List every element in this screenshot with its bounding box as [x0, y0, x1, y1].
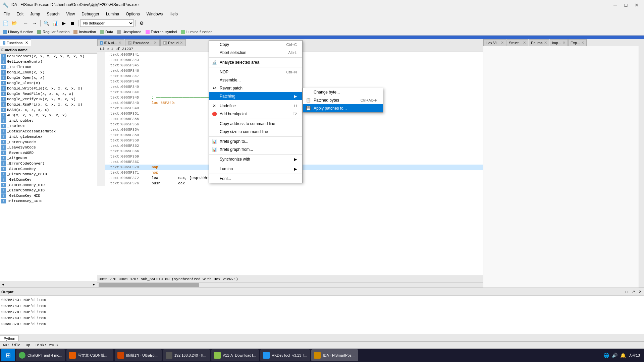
submenu-patched-bytes[interactable]: 📋 Patched bytes Ctrl+Alt+P [303, 96, 383, 104]
menu-item-lumina[interactable]: Lumina [103, 10, 122, 18]
submenu-apply-patches[interactable]: 💾 Apply patches to... [303, 104, 383, 112]
taskbar-ssh[interactable]: 192.168.8.240 - ft... [163, 349, 210, 361]
context-menu-patching[interactable]: Patching ▶ [209, 92, 302, 100]
notification-icon[interactable]: 🔔 [620, 353, 626, 358]
function-item[interactable]: f_GetCommKey [0, 177, 97, 182]
function-item[interactable]: f_EnterSynCode [0, 139, 97, 145]
function-item[interactable]: f_LeaveSynCode [0, 145, 97, 150]
taskbar-ultraedit[interactable]: [编辑1*] - UltraEdi... [115, 349, 162, 361]
toolbar-stop[interactable]: ⏹ [68, 19, 76, 27]
function-item[interactable]: f_ClearCommKey_CCID [0, 172, 97, 177]
context-menu-analyze[interactable]: 🔬 Analyze selected area [209, 58, 302, 66]
imports-tab[interactable]: Imp... ✕ [550, 39, 568, 46]
close-button[interactable]: ✕ [632, 2, 641, 8]
output-detach-btn[interactable]: □ [624, 289, 629, 295]
volume-icon[interactable]: 🔊 [612, 353, 618, 358]
minimize-button[interactable]: ─ [610, 2, 620, 8]
context-menu-copy[interactable]: Copy Ctrl+C [209, 41, 302, 49]
pseudocode2-tab[interactable]: P Pseud ✕ [160, 39, 186, 46]
hex-view-tab-close[interactable]: ✕ [501, 41, 504, 45]
function-item[interactable]: f_GetCommKey_HID [0, 193, 97, 198]
submenu-change-byte[interactable]: Change byte... [303, 88, 383, 96]
taskbar-chatgpt[interactable]: ChatGPT and 4 mo... [16, 349, 65, 361]
horiz-scroll-thumb[interactable] [99, 283, 199, 287]
menu-item-options[interactable]: Options [122, 10, 143, 18]
function-item[interactable]: f_AlignNum [0, 156, 97, 161]
functions-tab[interactable]: f Functions ✕ [0, 39, 31, 46]
function-item[interactable]: fAES(x, x, x, x, x, x, x, x) [0, 113, 97, 118]
menu-item-windows[interactable]: Windows [143, 10, 166, 18]
function-item[interactable]: fHASH(x, x, x, x, x) [0, 107, 97, 113]
toolbar-fwd[interactable]: → [31, 19, 39, 27]
context-menu-nop[interactable]: NOP Ctrl+N [209, 68, 302, 76]
context-menu-add-breakpoint[interactable]: 🔴 Add breakpoint F2 [209, 110, 302, 118]
taskbar-csdn[interactable]: 写文章-CSDN博... [66, 349, 113, 361]
output-close-btn[interactable]: ✕ [637, 289, 643, 295]
right-vertical-scroll[interactable] [639, 46, 644, 288]
menu-item-view[interactable]: View [63, 10, 78, 18]
toolbar-open[interactable]: 📂 [10, 19, 18, 27]
function-item[interactable]: f_IsFileIDOK [0, 64, 97, 70]
exports-tab[interactable]: Exp... ✕ [568, 39, 587, 46]
taskbar-rkdev[interactable]: RKDevTool_v3.13_f... [260, 349, 310, 361]
function-item[interactable]: f_ErrorCodeConvert [0, 161, 97, 166]
toolbar-new[interactable]: 📄 [1, 19, 9, 27]
maximize-button[interactable]: □ [621, 2, 631, 8]
function-item[interactable]: fDongle_Open(x, x) [0, 75, 97, 80]
taskbar-v11[interactable]: V11-A_DownloadT... [211, 349, 259, 361]
context-menu-abort-selection[interactable]: Abort selection Alt+L [209, 49, 302, 57]
struct-tab-close[interactable]: ✕ [523, 41, 526, 45]
function-item[interactable]: fDongle_Close(x) [0, 80, 97, 86]
function-item[interactable]: fGenLicense1(x, x, x, x, x, x, x, x) [0, 54, 97, 59]
function-item[interactable]: f_init_pubkey [0, 118, 97, 123]
function-item[interactable]: fDongle_RsaPri(x, x, x, x, x, x, x) [0, 102, 97, 107]
function-item[interactable]: f_ReverseWORD [0, 150, 97, 156]
menu-item-debugger[interactable]: Debugger [78, 10, 103, 18]
ida-view-tab-close[interactable]: ✕ [118, 41, 121, 45]
function-item[interactable]: f_StoreCommKey [0, 166, 97, 172]
pseudocode1-tab-close[interactable]: ✕ [154, 41, 157, 45]
function-item[interactable]: f_IsWin9x [0, 123, 97, 129]
scroll-right-arrow[interactable]: ► [92, 283, 96, 286]
struct-tab[interactable]: Struct... ✕ [506, 39, 528, 46]
exports-tab-close[interactable]: ✕ [581, 41, 584, 45]
function-item[interactable]: f_StoreCommKey_HID [0, 182, 97, 188]
context-menu-lumina[interactable]: Lumina ▶ [209, 165, 302, 173]
pseudocode2-tab-close[interactable]: ✕ [180, 41, 183, 45]
scroll-left-arrow[interactable]: ◄ [1, 283, 5, 286]
enums-tab[interactable]: Enums ✕ [529, 39, 549, 46]
menu-item-help[interactable]: Help [166, 10, 181, 18]
network-icon[interactable]: 🌐 [603, 353, 609, 358]
debugger-select[interactable]: No debugger [80, 19, 134, 27]
toolbar-graph[interactable]: 📊 [51, 19, 59, 27]
toolbar-run[interactable]: ▶ [60, 19, 68, 27]
output-float-btn[interactable]: ↗ [631, 289, 636, 295]
toolbar-settings[interactable]: ⚙ [138, 19, 146, 27]
menu-item-search[interactable]: Search [43, 10, 63, 18]
context-menu-xrefs-to[interactable]: 📊 Xrefs graph to... [209, 137, 302, 145]
context-menu-sync[interactable]: Synchronize with ▶ [209, 155, 302, 163]
context-menu-xrefs-from[interactable]: 📊 Xrefs graph from... [209, 145, 302, 154]
context-menu-assemble[interactable]: Assemble... [209, 76, 302, 84]
output-content[interactable]: 007B5743: NOP'd item 007B5743: NOP'd ite… [0, 296, 644, 334]
function-item[interactable]: fGetLicenseNum(x) [0, 59, 97, 64]
context-menu-undefine[interactable]: ✕ Undefine U [209, 102, 302, 110]
menu-item-file[interactable]: File [0, 10, 13, 18]
toolbar-find[interactable]: 🔍 [42, 19, 50, 27]
context-menu-revert-patch[interactable]: ↩ Revert patch [209, 84, 302, 92]
python-tab[interactable]: Python [0, 336, 19, 341]
functions-list[interactable]: fGenLicense1(x, x, x, x, x, x, x, x) fGe… [0, 54, 97, 281]
function-item[interactable]: fDongle_WriteFile(x, x, x, x, x, x) [0, 86, 97, 91]
function-item[interactable]: fDongle_VerifyPIN(x, x, x, x, x) [0, 97, 97, 102]
toolbar-back[interactable]: ← [22, 19, 30, 27]
horiz-scrollbar[interactable] [97, 282, 483, 288]
start-button[interactable]: ⊞ [1, 349, 15, 361]
function-item[interactable]: fDongle_ReadFile(x, x, x, x, x) [0, 91, 97, 97]
taskbar-ida[interactable]: IDA - FtSmartPos... [311, 349, 358, 361]
function-item[interactable]: fDongle_Enum(x, x) [0, 70, 97, 75]
hex-view-tab[interactable]: Hex Vi... ✕ [483, 39, 506, 46]
menu-item-edit[interactable]: Edit [13, 10, 27, 18]
context-menu-copy-size[interactable]: Copy size to command line [209, 128, 302, 136]
context-menu-font[interactable]: Font... [209, 175, 302, 183]
pseudocode1-tab[interactable]: P Pseudoco... ✕ [125, 39, 160, 46]
